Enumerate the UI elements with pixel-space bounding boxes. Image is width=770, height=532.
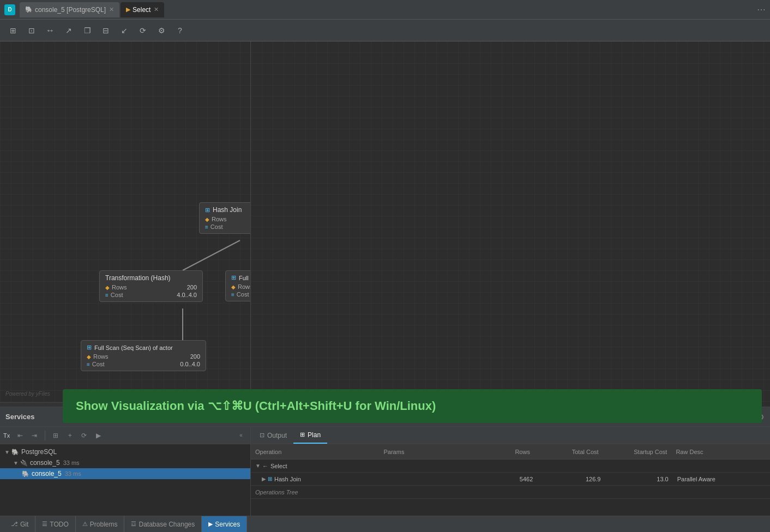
status-services[interactable]: ▶ Services: [202, 516, 247, 532]
full-scan-film-actor-label: Full Scan (Seq Scan) of film_actor: [239, 275, 250, 281]
op-tabs: ⊡ Output ⊞ Plan: [251, 427, 770, 444]
status-git[interactable]: ⎇ Git: [4, 516, 35, 532]
hash-join-2-rows: ◆ Rows 5462: [205, 216, 250, 222]
problems-label: Problems: [90, 521, 118, 528]
hash-join-2-node[interactable]: ⊞ Hash Join ◆ Rows 5462 ≡ Cost 6.5..105.…: [199, 202, 250, 234]
full-scan-actor-2-node[interactable]: ⊞ Full Scan (Seq Scan) of actor ◆ Rows 2…: [81, 340, 206, 371]
fsa-cost: ≡ Cost 0.0..84.62: [231, 291, 250, 298]
collapse-services-button[interactable]: «: [235, 430, 247, 442]
tx-label: Tx: [3, 432, 10, 439]
toolbar: ⊞ ⊡ ↔ ↗ ❐ ⊟ ↙ ⟳ ⚙ ?: [0, 20, 770, 41]
console5-parent-icon: 🔌: [20, 460, 28, 467]
left-sidebar: ← Select ⊞ Hash Join ◆ Rows 5462 ≡ Cost: [0, 41, 251, 407]
output-tab-label: Output: [267, 432, 287, 439]
hash-join-2-title: ⊞ Hash Join: [205, 206, 250, 214]
select-tab-close[interactable]: ✕: [154, 6, 159, 13]
trans-hash-2-rows: ◆ Rows 200: [105, 284, 197, 291]
plan-canvas[interactable]: ← Select ⊞ Hash Join ◆ Rows 5462 ≡ Cost: [0, 41, 250, 402]
clone-button[interactable]: ❐: [80, 23, 95, 38]
status-bar: ⎇ Git ☰ TODO ⚠ Problems ☲ Database Chang…: [0, 516, 770, 532]
op-row-hashjoin-rawdesc: Parallel Aware: [673, 476, 770, 482]
layout-button[interactable]: ↔: [43, 23, 58, 38]
op-row-hashjoin[interactable]: ▶ ⊞ Hash Join 5462 126.9 13.0 Parallel A…: [251, 473, 770, 486]
console5-tab-close[interactable]: ✕: [109, 6, 114, 13]
select-expand-arrow[interactable]: ▼: [255, 463, 261, 469]
grid-button[interactable]: ⊞: [5, 23, 21, 38]
tree-item-postgresql[interactable]: ▼ 🐘 PostgreSQL: [0, 446, 250, 457]
status-todo[interactable]: ☰ TODO: [35, 516, 75, 532]
fsa2-cost: ≡ Cost 0.0..4.0: [87, 361, 200, 367]
new-query-button[interactable]: +: [64, 430, 76, 442]
services-status-icon: ▶: [208, 521, 213, 528]
hashjoin-op-icon: ⊞: [268, 476, 272, 482]
tab-output[interactable]: ⊡ Output: [253, 427, 293, 444]
services-panel-header: Services ⚙: [0, 407, 770, 427]
col-rows: Rows: [478, 449, 534, 455]
tree-item-console5-child[interactable]: 🐘 console_5 33 ms: [0, 468, 250, 479]
bottom-panel: Services ⚙ Tx ⇤ ⇥ ⊞ + ⟳ ▶ « ▼ 🐘: [0, 407, 770, 516]
tab-plan[interactable]: ⊞ Plan: [293, 427, 327, 444]
connect-button[interactable]: ⊞: [50, 430, 62, 442]
git-label: Git: [20, 521, 28, 528]
main-area: ← Select ⊞ Hash Join ◆ Rows 5462 ≡ Cost: [0, 41, 770, 407]
console5-tab-icon: 🐘: [25, 6, 33, 13]
services-gear-button[interactable]: ⚙: [757, 413, 765, 421]
fit-button[interactable]: ⊡: [24, 23, 39, 38]
op-subtree-label: Operations Tree: [251, 486, 770, 499]
help-button[interactable]: ?: [172, 23, 188, 38]
trans-hash-2-title: Transformation (Hash): [105, 274, 197, 282]
plan-tab-label: Plan: [308, 431, 321, 439]
export-png-button[interactable]: ↙: [117, 23, 132, 38]
tree-item-console5-parent[interactable]: ▼ 🔌 console_5 33 ms: [0, 457, 250, 468]
col-raw-desc: Raw Desc: [671, 449, 770, 455]
expand-all-button[interactable]: ⇥: [28, 430, 40, 442]
th2-stack-icon: ≡: [105, 292, 109, 298]
select-arrow-icon: ←: [262, 463, 268, 469]
trans-hash-2-label: Transformation (Hash): [105, 274, 171, 282]
fsa2-cost-value: 0.0..4.0: [180, 361, 200, 367]
svg-line-2: [183, 240, 240, 270]
hashjoin-expand-arrow[interactable]: ▶: [262, 476, 266, 482]
hash-join-2-cost: ≡ Cost 6.5..105.76: [205, 223, 250, 230]
full-scan-film-actor-node[interactable]: ⊞ Full Scan (Seq Scan) of film_actor ◆ R…: [225, 270, 250, 301]
select-row-label: Select: [270, 463, 287, 469]
todo-icon: ☰: [42, 521, 47, 528]
disconnect-button[interactable]: ⟳: [78, 430, 90, 442]
canvas-scrollbar[interactable]: [0, 402, 250, 407]
status-database-changes[interactable]: ☲ Database Changes: [124, 516, 202, 532]
trans-hash-2-cost: ≡ Cost 4.0..4.0: [105, 292, 197, 298]
op-row-hashjoin-rows: 5462: [482, 476, 538, 482]
more-options-button[interactable]: ⋯: [757, 4, 766, 15]
settings-button[interactable]: ⚙: [154, 23, 169, 38]
console5-child-label: console_5: [32, 470, 62, 477]
tab-console5[interactable]: 🐘 console_5 [PostgreSQL] ✕: [20, 2, 119, 17]
right-canvas-area[interactable]: [251, 41, 770, 407]
col-operation: Operation: [251, 449, 379, 455]
console5-parent-badge: 33 ms: [63, 460, 80, 466]
trans-hash-2-rows-value: 200: [187, 284, 197, 291]
export-svg-button[interactable]: ↗: [61, 23, 76, 38]
stop-button[interactable]: ▶: [92, 430, 104, 442]
trans-hash-2-cost-value: 4.0..4.0: [177, 292, 197, 298]
rows-diamond-icon-2: ◆: [205, 216, 209, 222]
select-tab-label: Select: [133, 6, 151, 14]
refresh-button[interactable]: ⟳: [135, 23, 151, 38]
status-problems[interactable]: ⚠ Problems: [76, 516, 125, 532]
fsa2-diamond-icon: ◆: [87, 354, 91, 360]
fsa2-stack-icon: ≡: [87, 361, 90, 367]
collapse-all-button[interactable]: ⇤: [14, 430, 26, 442]
fit2-button[interactable]: ⊟: [98, 23, 113, 38]
hash-join-2-label: Hash Join: [213, 206, 242, 214]
console5-parent-arrow-icon: ▼: [13, 460, 19, 466]
col-params: Params: [379, 449, 478, 455]
cost-stack-icon-2: ≡: [205, 224, 208, 230]
toolbar-divider-1: [45, 431, 45, 440]
op-row-select[interactable]: ▼ ← Select: [251, 460, 770, 473]
tab-select[interactable]: ▶ Select ✕: [121, 2, 164, 17]
fsa2-rows-value: 200: [190, 353, 200, 360]
op-table-body: ▼ ← Select ▶ ⊞ Hash Join: [251, 460, 770, 516]
console5-child-icon: 🐘: [22, 470, 29, 477]
op-row-hashjoin-operation: ▶ ⊞ Hash Join: [251, 476, 384, 482]
op-row-hashjoin-startupcost: 13.0: [605, 476, 672, 482]
trans-hash-2-node[interactable]: Transformation (Hash) ◆ Rows 200 ≡ Cost …: [99, 270, 203, 302]
